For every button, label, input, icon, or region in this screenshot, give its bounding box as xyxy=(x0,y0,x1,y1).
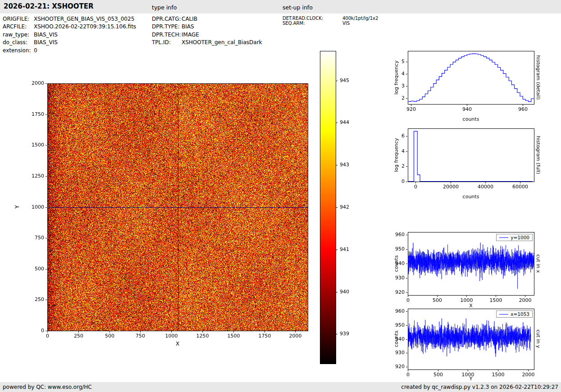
header-bar: 2026-02-21: XSHOOTER type info set-up in… xyxy=(0,0,561,14)
metadata-key: DPR.TYPE: xyxy=(152,23,182,31)
metadata-row: TPL.ID: XSHOOTER_gen_cal_BiasDark xyxy=(152,39,262,46)
metadata-row: raw_type: BIAS_VIS xyxy=(3,31,136,39)
histogram-detail-plot xyxy=(385,47,538,119)
metadata-value: BIAS xyxy=(182,23,194,31)
cut-x-legend: y=1000 xyxy=(496,234,533,241)
metadata-key: do_class: xyxy=(3,39,34,46)
hist-detail-xaxis-label: counts xyxy=(408,116,534,122)
colorbar xyxy=(320,51,365,366)
metadata-row: extension: 0 xyxy=(3,47,136,55)
type-info-heading: type info xyxy=(152,4,177,11)
legend-label: x=1053 xyxy=(511,311,529,317)
file-metadata: ORIGFILE: XSHOOTER_GEN_BIAS_VIS_053_0025… xyxy=(3,15,136,55)
bias-image-heatmap xyxy=(25,79,313,347)
metadata-value: IMAGE xyxy=(182,31,199,39)
metadata-value: BIAS_VIS xyxy=(34,39,58,46)
hist-full-xaxis-label: counts xyxy=(408,194,534,200)
cut-x-side-label: cut in x xyxy=(535,255,541,273)
metadata-key: SEQ.ARM: xyxy=(283,21,342,26)
metadata-row: ARCFILE: XSHOO.2026-02-22T09:39:15.106.f… xyxy=(3,23,136,31)
metadata-key: DPR.TECH: xyxy=(152,31,182,39)
metadata-row: SEQ.ARM: VIS xyxy=(283,21,378,26)
cut-x-yaxis-label: counts xyxy=(393,255,399,272)
metadata-key: extension: xyxy=(3,47,34,55)
metadata-key: ORIGFILE: xyxy=(3,15,34,23)
cut-y-xaxis-label: Y xyxy=(408,376,534,382)
cut-y-yaxis-label: counts xyxy=(393,331,399,347)
page-title: 2026-02-21: XSHOOTER xyxy=(4,2,94,10)
cut-y-side-label: cut in y xyxy=(535,330,541,348)
metadata-row: do_class: BIAS_VIS xyxy=(3,39,136,46)
metadata-row: ORIGFILE: XSHOOTER_GEN_BIAS_VIS_053_0025 xyxy=(3,15,136,23)
main-xaxis-label: X xyxy=(47,341,308,347)
metadata-key: DPR.CATG: xyxy=(152,15,182,23)
legend-line-sample xyxy=(499,314,508,315)
cut-x-xaxis-label: X xyxy=(408,303,534,309)
hist-detail-yaxis-label: log frequency xyxy=(393,60,399,94)
metadata-value: VIS xyxy=(342,21,350,26)
metadata-row: DPR.TYPE: BIAS xyxy=(152,23,262,31)
metadata-value: XSHOO.2026-02-22T09:39:15.106.fits xyxy=(34,23,136,31)
legend-line-sample xyxy=(499,237,508,238)
main-yaxis-label: Y xyxy=(14,205,20,208)
hist-full-side-label: histogram (full) xyxy=(535,136,541,174)
cut-y-legend: x=1053 xyxy=(496,310,533,318)
setup-info-metadata: DET.READ.CLOCK: 400k/1pt/lg/1x2 SEQ.ARM:… xyxy=(283,16,378,26)
metadata-row: DPR.CATG: CALIB xyxy=(152,15,262,23)
metadata-row: DET.READ.CLOCK: 400k/1pt/lg/1x2 xyxy=(283,16,378,21)
metadata-row: DPR.TECH: IMAGE xyxy=(152,31,262,39)
setup-info-heading: set-up info xyxy=(283,4,313,11)
metadata-value: XSHOOTER_GEN_BIAS_VIS_053_0025 xyxy=(34,15,134,23)
metadata-key: TPL.ID: xyxy=(152,39,182,46)
footer-credit-right: created by qc_rawdisp.py v1.2.3 on 2026-… xyxy=(401,384,558,390)
metadata-value: BIAS_VIS xyxy=(34,31,58,39)
metadata-key: ARCFILE: xyxy=(3,23,34,31)
type-info-metadata: DPR.CATG: CALIB DPR.TYPE: BIAS DPR.TECH:… xyxy=(152,15,262,47)
hist-full-yaxis-label: log frequency xyxy=(393,138,399,172)
metadata-value: XSHOOTER_gen_cal_BiasDark xyxy=(182,39,262,46)
metadata-value: 0 xyxy=(34,47,37,55)
metadata-key: DET.READ.CLOCK: xyxy=(283,16,342,21)
metadata-value: CALIB xyxy=(182,15,197,23)
footer-credit-left: powered by QC: www.eso.org/HC xyxy=(3,384,92,390)
legend-label: y=1000 xyxy=(511,235,529,240)
hist-detail-side-label: histogram (detail) xyxy=(535,55,541,100)
histogram-full-plot xyxy=(385,125,538,197)
metadata-key: raw_type: xyxy=(3,31,34,39)
metadata-value: 400k/1pt/lg/1x2 xyxy=(342,16,378,21)
